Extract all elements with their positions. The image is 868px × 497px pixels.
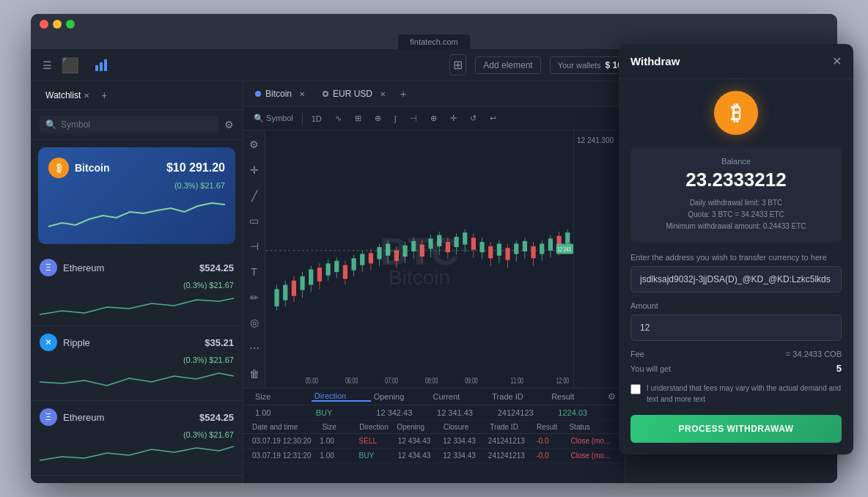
hist-size: Size <box>322 423 359 431</box>
address-label: Enter the address you wish to transfer c… <box>630 253 837 262</box>
fee-value: = 34.2433 COB <box>786 350 837 358</box>
svg-rect-45 <box>446 242 450 252</box>
list-item[interactable]: Ξ Ethereum $524.25 (0.3%) $21.67 <box>31 401 243 476</box>
price-scale: 12 241.300 <box>573 130 625 388</box>
dot-green[interactable] <box>66 20 75 29</box>
svg-rect-19 <box>334 261 339 272</box>
hamburger-icon[interactable]: ☰ <box>43 59 52 71</box>
chart-tab-close[interactable]: ✕ <box>299 90 305 98</box>
chart-draw[interactable]: ⊣ <box>405 111 422 125</box>
chart-replay[interactable]: ↺ <box>466 111 481 125</box>
dot-red[interactable] <box>40 20 48 29</box>
chart-crosshair[interactable]: ✛ <box>446 111 461 125</box>
svg-rect-25 <box>360 254 364 265</box>
hist-row-dir: SELL <box>356 437 398 445</box>
svg-text:06:00: 06:00 <box>345 377 358 386</box>
tool-pencil[interactable]: ✏ <box>246 289 263 306</box>
trades-panel: Size Direction Opening Current Trade ID … <box>243 388 625 483</box>
trades-col-result: Result <box>548 392 608 401</box>
chart-area: Bitcoin ✕ EUR USD ✕ + 🔍 Symbol 1D ∿ <box>243 81 625 483</box>
chart-tab-eurusd-close[interactable]: ✕ <box>380 90 386 98</box>
bitcoin-coin-icon: ₿ <box>48 158 69 178</box>
svg-rect-1 <box>100 62 103 71</box>
tool-measure[interactable]: ⊣ <box>246 238 263 255</box>
svg-rect-23 <box>351 258 356 270</box>
add-chart-tab[interactable]: + <box>400 88 406 100</box>
you-get-label: You will get <box>630 364 671 373</box>
tool-cursor[interactable]: ⚙ <box>246 136 263 153</box>
svg-text:12 241: 12 241 <box>557 246 571 254</box>
chart-zoom[interactable]: ⊕ <box>426 111 441 125</box>
hist-row2-date: 03.07.19 12:31:20 <box>252 452 320 460</box>
trades-settings-icon[interactable]: ⚙ <box>608 391 616 402</box>
svg-rect-27 <box>369 253 373 263</box>
grid-layout-icon[interactable]: ⊞ <box>449 54 466 76</box>
tool-shapes[interactable]: ◎ <box>246 314 263 331</box>
bitcoin-featured-card[interactable]: ₿ Bitcoin $10 291.20 (0.3%) $21.67 <box>38 147 235 244</box>
hist-row-date: 03.07.19 12:30:20 <box>252 437 320 445</box>
ethereum2-price: $524.25 <box>199 412 234 423</box>
ripple-price: $35.21 <box>205 337 234 348</box>
watchlist-settings-icon[interactable]: ⚙ <box>224 119 234 130</box>
chart-tab-bitcoin[interactable]: Bitcoin ✕ <box>249 86 311 102</box>
list-item[interactable]: Ξ Ethereum $524.25 (0.3%) $21.67 <box>31 251 243 326</box>
svg-rect-35 <box>402 246 407 257</box>
amount-label: Amount <box>630 301 837 310</box>
trades-col-direction[interactable]: Direction <box>312 391 371 402</box>
price-label-top: 12 241.300 <box>577 136 622 144</box>
tool-rectangle[interactable]: ▭ <box>246 213 263 229</box>
watchlist-tab[interactable]: Watchlist ✕ <box>40 87 95 103</box>
checkbox-row: I understand that fees may vary with the… <box>630 383 837 405</box>
svg-rect-67 <box>540 243 544 254</box>
svg-rect-49 <box>463 232 467 244</box>
tool-crosshair[interactable]: ✛ <box>246 162 263 179</box>
svg-rect-55 <box>488 246 493 258</box>
hist-res: Result <box>537 423 570 431</box>
candlestick-chart: BTC Bitcoin <box>265 130 573 388</box>
tool-more[interactable]: ⋯ <box>246 340 263 357</box>
fee-row: Fee = 34.2433 COB <box>630 350 837 358</box>
amount-input[interactable] <box>630 314 837 341</box>
svg-rect-2 <box>104 59 107 71</box>
chart-compare[interactable]: ⊕ <box>370 111 386 125</box>
table-row: 03.07.19 12:31:20 1.00 BUY 12 434.43 12 … <box>243 449 625 463</box>
process-withdraw-button[interactable]: PROCESS WITHDRAWAW <box>630 415 837 443</box>
svg-text:09:00: 09:00 <box>465 377 478 386</box>
svg-rect-21 <box>343 265 347 279</box>
watchlist-search-wrap[interactable]: 🔍 <box>40 116 218 133</box>
hist-row-size: 1.00 <box>320 437 356 445</box>
modal-close-button[interactable]: ✕ <box>832 54 837 68</box>
svg-rect-51 <box>471 238 476 249</box>
timeframe-btn[interactable]: 1D <box>307 112 326 125</box>
svg-rect-9 <box>292 281 296 296</box>
chart-tab-eurusd[interactable]: EUR USD ✕ <box>317 86 391 102</box>
dot-yellow[interactable] <box>53 20 62 29</box>
tool-trash[interactable]: 🗑 <box>246 365 263 382</box>
bitcoin-sparkline <box>48 197 225 234</box>
add-tab-button[interactable]: + <box>101 89 107 101</box>
chart-toolbar: 🔍 Symbol 1D ∿ ⊞ ⊕ ∫ ⊣ ⊕ ✛ ↺ ↩ <box>243 107 625 130</box>
symbol-search[interactable]: 🔍 Symbol <box>249 111 298 125</box>
svg-rect-53 <box>479 242 484 252</box>
chart-type-line[interactable]: ∿ <box>331 111 346 125</box>
chart-indicator[interactable]: ∫ <box>390 112 401 125</box>
hist-row2-dir: BUY <box>356 452 398 460</box>
ethereum2-change: (0.3%) $21.67 <box>40 430 234 439</box>
svg-rect-47 <box>454 237 458 247</box>
tool-text[interactable]: T <box>246 264 263 281</box>
chart-undo[interactable]: ↩ <box>485 111 501 125</box>
hist-row2-open: 12 434.43 <box>398 452 444 460</box>
you-get-row: You will get 5 <box>630 363 837 374</box>
watchlist-tab-close[interactable]: ✕ <box>84 92 89 100</box>
chart-tab-bitcoin-label: Bitcoin <box>265 89 292 99</box>
tool-line[interactable]: ╱ <box>246 187 263 204</box>
list-item[interactable]: ✕ Ripple $35.21 (0.3%) $21.67 <box>31 326 243 401</box>
chart-type-candle[interactable]: ⊞ <box>350 111 366 125</box>
add-element-button[interactable]: Add element <box>475 56 540 74</box>
terms-checkbox[interactable] <box>630 384 641 394</box>
ripple-icon: ✕ <box>40 334 57 351</box>
address-input[interactable] <box>630 266 837 292</box>
browser-dots <box>40 20 828 29</box>
browser-url: fintatech.com <box>398 34 469 49</box>
watchlist-search-input[interactable] <box>61 119 213 130</box>
